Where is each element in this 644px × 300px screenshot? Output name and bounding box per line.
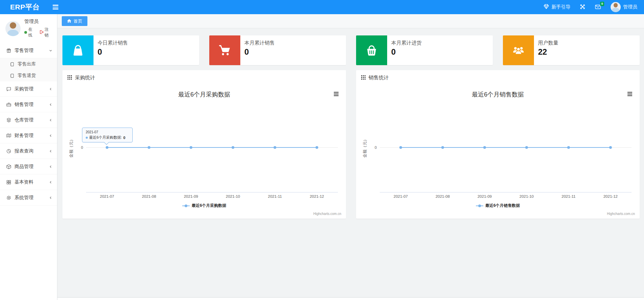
svg-text:0: 0 xyxy=(81,145,83,149)
sidebar-item-reports[interactable]: 报表查询 xyxy=(0,143,57,159)
sidebar-item-system[interactable]: 系统管理 xyxy=(0,190,57,206)
map-book-icon xyxy=(6,133,11,138)
svg-text:金额（元）: 金额（元） xyxy=(363,137,367,158)
panel-title: 采购统计 xyxy=(75,75,95,81)
sidebar-toggle-icon[interactable] xyxy=(51,3,60,11)
svg-text:2021-10: 2021-10 xyxy=(226,194,240,198)
legend-marker-icon xyxy=(182,204,190,208)
sidebar-item-finance[interactable]: 财务管理 xyxy=(0,128,57,143)
sales-chart: 最近6个月销售数据 金额（元）02021-072021-082021-09202… xyxy=(356,85,640,219)
highcharts-credit[interactable]: Highcharts.com.cn xyxy=(313,212,341,216)
sidebar-item-sales[interactable]: 销售管理 xyxy=(0,97,57,112)
gift-icon xyxy=(6,48,11,53)
sidebar-user-name: 管理员 xyxy=(24,19,52,25)
shopping-bag-icon xyxy=(62,35,93,65)
chevron-left-icon xyxy=(49,118,52,122)
svg-text:2021-07: 2021-07 xyxy=(394,194,408,198)
stat-card-label: 本月累计销售 xyxy=(244,40,275,46)
mail-badge: 0 xyxy=(600,2,604,6)
user-menu[interactable]: 管理员 xyxy=(611,2,637,12)
hamburger-menu-icon[interactable] xyxy=(626,90,634,98)
chart-legend[interactable]: 最近6个月销售数据 xyxy=(356,203,640,209)
svg-text:2021-12: 2021-12 xyxy=(310,194,324,198)
online-status-dot xyxy=(24,31,27,34)
stat-card-value: 0 xyxy=(98,47,128,57)
chevron-left-icon xyxy=(49,149,52,153)
highcharts-credit[interactable]: Highcharts.com.cn xyxy=(607,212,635,216)
hamburger-menu-icon[interactable] xyxy=(332,90,340,98)
sidebar-item-retail-outbound[interactable]: 零售出库 xyxy=(0,58,57,70)
chart-title: 最近6个月采购数据 xyxy=(62,90,346,99)
stat-card-month-purchases: 本月累计进货 0 xyxy=(356,35,493,65)
panel-title: 销售统计 xyxy=(369,75,389,81)
shopping-basket-icon xyxy=(356,35,387,65)
chat-icon xyxy=(6,86,11,92)
briefcase-icon xyxy=(6,102,11,107)
top-navbar: ERP平台 新手引导 0 管理员 xyxy=(0,0,644,14)
tab-bar: 首页 xyxy=(57,14,644,28)
panel-header: 采购统计 xyxy=(62,70,346,85)
svg-text:2021-09: 2021-09 xyxy=(478,194,492,198)
online-status-label: 在线 xyxy=(28,27,36,38)
legend-label: 最近6个月采购数据 xyxy=(192,203,226,209)
guide-label: 新手引导 xyxy=(552,4,570,10)
retail-submenu: 零售出库 零售退货 xyxy=(0,58,57,81)
sidebar-item-retail-returns[interactable]: 零售退货 xyxy=(0,70,57,81)
avatar xyxy=(5,21,21,36)
users-icon xyxy=(503,35,534,65)
svg-text:2021-10: 2021-10 xyxy=(519,194,534,198)
stat-card-value: 0 xyxy=(391,47,422,57)
stat-card-user-count: 用户数量 22 xyxy=(503,35,640,65)
svg-text:2021-08: 2021-08 xyxy=(435,194,450,198)
journal-icon xyxy=(9,62,15,67)
legend-marker-icon xyxy=(476,204,483,208)
layers-icon xyxy=(6,117,11,123)
svg-text:2021-12: 2021-12 xyxy=(603,194,618,198)
sidebar-item-goods[interactable]: 商品管理 xyxy=(0,159,57,174)
chevron-left-icon xyxy=(49,196,52,199)
purchase-chart-plot[interactable]: 金额（元）02021-072021-082021-092021-102021-1… xyxy=(62,101,346,200)
avatar xyxy=(611,2,621,12)
pie-chart-icon xyxy=(6,148,11,154)
panel-header: 销售统计 xyxy=(356,70,640,85)
guide-link[interactable]: 新手引导 xyxy=(543,4,570,10)
sidebar-menu: 零售管理 零售出库 零售退货 采购管理 xyxy=(0,43,57,206)
series-marker-icon xyxy=(86,137,88,139)
stat-card-label: 本月累计进货 xyxy=(391,40,422,46)
sidebar-item-purchasing[interactable]: 采购管理 xyxy=(0,81,57,97)
chevron-left-icon xyxy=(49,87,52,91)
messages-button[interactable]: 0 xyxy=(595,4,601,10)
chevron-left-icon xyxy=(49,181,52,184)
svg-text:2021-08: 2021-08 xyxy=(142,194,156,198)
tab-home[interactable]: 首页 xyxy=(62,16,87,26)
fullscreen-button[interactable] xyxy=(580,4,585,10)
cube-icon xyxy=(6,164,11,169)
chart-legend[interactable]: 最近6个月采购数据 xyxy=(62,203,346,209)
legend-label: 最近6个月销售数据 xyxy=(485,203,520,209)
gem-icon xyxy=(543,4,549,10)
logout-link[interactable]: 注销 xyxy=(39,27,52,38)
main-content: 首页 今日累计销售 0 本月累计销售 0 xyxy=(57,14,644,300)
sign-out-icon xyxy=(39,30,44,35)
stat-card-month-sales: 本月累计销售 0 xyxy=(209,35,346,65)
th-grid-icon xyxy=(361,75,366,81)
stat-card-label: 今日累计销售 xyxy=(98,40,128,46)
shopping-cart-icon xyxy=(209,35,240,65)
sidebar-item-warehouse[interactable]: 仓库管理 xyxy=(0,112,57,128)
purchase-stats-panel: 采购统计 最近6个月采购数据 金额（元）02021-072021-082021-… xyxy=(62,70,346,219)
expand-arrows-icon xyxy=(580,4,585,10)
stat-cards-row: 今日累计销售 0 本月累计销售 0 本月累计进货 0 xyxy=(62,35,640,65)
svg-text:2021-09: 2021-09 xyxy=(184,194,198,198)
sales-stats-panel: 销售统计 最近6个月销售数据 金额（元）02021-072021-082021-… xyxy=(356,70,640,219)
chart-panels-row: 采购统计 最近6个月采购数据 金额（元）02021-072021-082021-… xyxy=(62,70,640,219)
user-name: 管理员 xyxy=(623,4,637,10)
chevron-left-icon xyxy=(49,134,52,137)
logout-label: 注销 xyxy=(45,27,52,38)
sidebar-item-basic-data[interactable]: 基本资料 xyxy=(0,174,57,190)
svg-text:2021-11: 2021-11 xyxy=(268,194,282,198)
grid-icon xyxy=(6,180,11,185)
sidebar-item-retail[interactable]: 零售管理 xyxy=(0,43,57,58)
svg-text:2021-11: 2021-11 xyxy=(562,194,575,198)
sales-chart-plot[interactable]: 金额（元）02021-072021-082021-092021-102021-1… xyxy=(356,101,640,200)
purchase-chart: 最近6个月采购数据 金额（元）02021-072021-082021-09202… xyxy=(62,85,346,219)
